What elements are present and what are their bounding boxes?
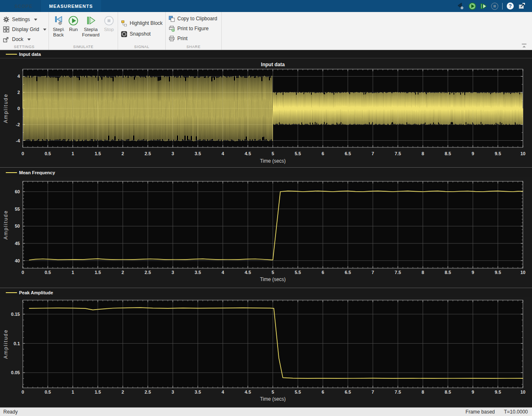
legend-label: Input data [19, 52, 41, 57]
step-back-icon [53, 15, 64, 26]
svg-text:Time (secs): Time (secs) [260, 277, 285, 282]
dock-button[interactable]: Dock [3, 34, 48, 44]
peak-amplitude-plot[interactable]: 00.511.522.533.544.555.566.577.588.599.5… [0, 297, 532, 407]
legend-input-data: Input data [0, 50, 532, 58]
svg-text:9.5: 9.5 [495, 151, 501, 156]
svg-text:1: 1 [72, 390, 74, 394]
svg-text:7: 7 [372, 390, 374, 394]
titlebar-undock-button[interactable] [518, 2, 526, 10]
settings-button[interactable]: Settings [3, 14, 48, 24]
svg-text:6.5: 6.5 [345, 270, 351, 275]
svg-text:3: 3 [172, 151, 174, 156]
snapshot-label: Snapshot [130, 31, 151, 37]
dock-icon [3, 36, 10, 43]
share-group: Copy to Clipboard Print to Figure [166, 12, 222, 50]
svg-text:2: 2 [17, 90, 20, 95]
step-forward-button[interactable]: Step\a Forward [80, 14, 101, 44]
collapse-ribbon-button[interactable] [521, 43, 527, 49]
svg-text:1: 1 [72, 270, 74, 275]
svg-text:4: 4 [222, 151, 225, 156]
step-back-label-line1: Step\ [53, 27, 64, 32]
svg-text:Time (secs): Time (secs) [260, 158, 285, 164]
svg-text:8: 8 [422, 270, 424, 275]
step-forward-label-line1: Step\a [84, 27, 98, 32]
svg-text:0.05: 0.05 [11, 370, 20, 375]
gear-icon [3, 16, 10, 23]
input-data-plot[interactable]: 00.511.522.533.544.555.566.577.588.599.5… [0, 58, 532, 167]
svg-text:0.1: 0.1 [14, 341, 20, 346]
svg-text:-4: -4 [16, 138, 20, 143]
step-back-button[interactable]: Step\ Back [51, 14, 66, 44]
svg-text:Amplitude: Amplitude [3, 210, 9, 239]
stop-icon [491, 2, 498, 10]
titlebar-step-back-button[interactable] [456, 2, 465, 10]
grid-icon [3, 26, 10, 33]
run-icon [469, 2, 476, 10]
stop-icon [104, 15, 114, 26]
run-button[interactable]: Run [66, 14, 80, 44]
svg-text:60: 60 [15, 189, 20, 194]
titlebar-step-forward-button[interactable] [480, 2, 487, 10]
svg-text:1.5: 1.5 [94, 151, 101, 156]
print-to-figure-button[interactable]: Print to Figure [169, 24, 221, 34]
toolstrip: Settings Display Grid [0, 12, 532, 50]
copy-to-clipboard-button[interactable]: Copy to Clipboard [169, 14, 221, 24]
undock-icon [518, 2, 526, 10]
display-grid-button[interactable]: Display Grid [3, 24, 48, 34]
svg-text:4: 4 [222, 390, 225, 394]
collapse-ribbon-arrow-icon [521, 43, 527, 48]
svg-text:9: 9 [472, 390, 474, 394]
legend-label: Mean Frequency [19, 170, 55, 175]
svg-text:0: 0 [17, 106, 20, 111]
svg-text:3.5: 3.5 [195, 270, 201, 275]
svg-text:Amplitude: Amplitude [3, 94, 9, 123]
signal-group-label: SIGNAL [118, 45, 165, 49]
print-button[interactable]: Print [169, 34, 221, 43]
svg-text:7.5: 7.5 [395, 390, 401, 394]
dock-label: Dock [12, 36, 23, 42]
step-forward-icon [85, 15, 96, 26]
highlight-block-label: Highlight Block [130, 20, 162, 26]
svg-text:5.5: 5.5 [295, 151, 301, 156]
help-icon: ? [506, 2, 514, 10]
svg-text:4.5: 4.5 [245, 270, 251, 275]
legend-line-sample [6, 292, 17, 293]
mean-frequency-plot[interactable]: 00.511.522.533.544.555.566.577.588.599.5… [0, 177, 532, 288]
legend-line-sample [6, 54, 17, 55]
svg-text:2.5: 2.5 [145, 390, 151, 394]
svg-text:10: 10 [520, 390, 525, 394]
svg-text:3.5: 3.5 [195, 151, 201, 156]
svg-text:Amplitude: Amplitude [3, 329, 9, 358]
highlight-block-button[interactable]: Highlight Block [121, 18, 165, 29]
svg-text:2.5: 2.5 [145, 151, 151, 156]
stop-button[interactable]: Stop [101, 14, 117, 44]
snapshot-button[interactable]: Snapshot [121, 29, 165, 39]
svg-text:7.5: 7.5 [395, 151, 401, 156]
tab-measurements[interactable]: MEASUREMENTS [41, 0, 102, 12]
simulate-group-label: SIMULATE [49, 45, 118, 49]
svg-text:8.5: 8.5 [445, 390, 451, 394]
run-icon [68, 15, 79, 26]
tab-scope[interactable]: SCOPE [6, 0, 41, 12]
chevron-down-icon [34, 19, 37, 21]
titlebar-stop-button[interactable] [491, 2, 498, 10]
svg-text:0.5: 0.5 [45, 151, 51, 156]
titlebar-help-button[interactable]: ? [506, 2, 514, 10]
titlebar-run-button[interactable] [469, 2, 476, 10]
svg-text:2: 2 [121, 151, 124, 156]
svg-text:5: 5 [271, 151, 274, 156]
svg-text:6: 6 [322, 151, 324, 156]
svg-text:6: 6 [322, 390, 324, 394]
svg-text:5.5: 5.5 [295, 390, 301, 394]
status-ready: Ready [0, 409, 18, 415]
svg-text:45: 45 [15, 241, 20, 246]
snapshot-icon [121, 31, 127, 37]
svg-text:5.5: 5.5 [295, 270, 301, 275]
legend-label: Peak Amplitude [19, 290, 53, 295]
settings-group: Settings Display Grid [0, 12, 49, 50]
printer-icon [169, 36, 175, 42]
svg-text:5: 5 [271, 390, 274, 394]
svg-text:2: 2 [121, 270, 124, 275]
titlebar-separator [502, 3, 503, 10]
print-to-figure-icon [169, 26, 175, 32]
